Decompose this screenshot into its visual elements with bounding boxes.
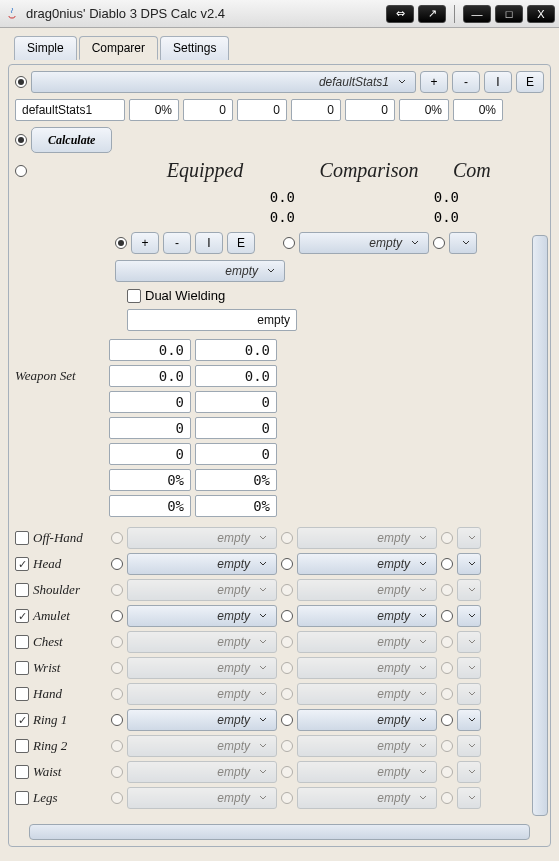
slot-c2-radio[interactable] (441, 610, 453, 622)
calculate-radio[interactable] (15, 134, 27, 146)
slot-eq-combo: empty (127, 579, 277, 601)
header-radio[interactable] (15, 165, 27, 177)
chevron-down-icon (416, 635, 430, 649)
w-r7b[interactable] (195, 495, 277, 517)
stat-input-5[interactable] (345, 99, 395, 121)
slot-eq-combo[interactable]: empty (127, 709, 277, 731)
dual-wielding-checkbox[interactable] (127, 289, 141, 303)
slot-eq-combo[interactable]: empty (127, 605, 277, 627)
slot-c1-radio[interactable] (281, 714, 293, 726)
cmp-radio[interactable] (283, 237, 295, 249)
slot-c2-combo[interactable] (457, 709, 481, 731)
w-r2b[interactable] (195, 365, 277, 387)
scroll-vertical[interactable] (532, 235, 548, 816)
w-r6b[interactable] (195, 469, 277, 491)
profile-minus-button[interactable]: - (452, 71, 480, 93)
slot-checkbox[interactable] (15, 531, 29, 545)
tab-simple[interactable]: Simple (14, 36, 77, 60)
eq-item-combo[interactable]: empty (115, 260, 285, 282)
w-r3b[interactable] (195, 391, 277, 413)
eq-i-button[interactable]: I (195, 232, 223, 254)
profile-i-button[interactable]: I (484, 71, 512, 93)
slot-c2-radio (441, 636, 453, 648)
slot-c2-combo[interactable] (457, 605, 481, 627)
slot-checkbox[interactable] (15, 687, 29, 701)
slot-eq-radio[interactable] (111, 714, 123, 726)
slot-c1-value: empty (377, 531, 410, 545)
slot-c2-radio[interactable] (441, 714, 453, 726)
totals-row-1: 0.0 0.0 (125, 188, 544, 206)
eq-minus-button[interactable]: - (163, 232, 191, 254)
slot-checkbox[interactable] (15, 765, 29, 779)
stat-input-7[interactable] (453, 99, 503, 121)
w-r5b[interactable] (195, 443, 277, 465)
eq-plus-button[interactable]: + (131, 232, 159, 254)
slots-list: Off-HandemptyemptyHeademptyemptyShoulder… (15, 525, 544, 811)
slot-row: Shoulderemptyempty (15, 577, 544, 603)
w-r4a[interactable] (109, 417, 191, 439)
cmp-combo[interactable]: empty (299, 232, 429, 254)
w-r6a[interactable] (109, 469, 191, 491)
profile-radio[interactable] (15, 76, 27, 88)
slot-c2-radio[interactable] (441, 558, 453, 570)
slot-checkbox[interactable] (15, 713, 29, 727)
slot-eq-combo[interactable]: empty (127, 553, 277, 575)
profile-name-input[interactable] (15, 99, 125, 121)
slot-c1-combo[interactable]: empty (297, 605, 437, 627)
scroll-horizontal[interactable] (29, 824, 530, 840)
cmp2-combo[interactable] (449, 232, 477, 254)
slot-checkbox[interactable] (15, 791, 29, 805)
slot-label: Ring 2 (33, 738, 107, 754)
slot-c1-radio[interactable] (281, 558, 293, 570)
slot-label: Chest (33, 634, 107, 650)
weapon-name-input[interactable] (127, 309, 297, 331)
slot-c2-combo[interactable] (457, 553, 481, 575)
stat-input-3[interactable] (237, 99, 287, 121)
slot-eq-radio[interactable] (111, 558, 123, 570)
stat-input-6[interactable] (399, 99, 449, 121)
tab-comparer[interactable]: Comparer (79, 36, 158, 60)
slot-checkbox[interactable] (15, 635, 29, 649)
slot-eq-value: empty (217, 635, 250, 649)
profile-plus-button[interactable]: + (420, 71, 448, 93)
slot-c1-combo[interactable]: empty (297, 709, 437, 731)
close-button[interactable]: X (527, 5, 555, 23)
slot-checkbox[interactable] (15, 609, 29, 623)
stat-input-2[interactable] (183, 99, 233, 121)
minimize-button[interactable]: — (463, 5, 491, 23)
cmp2-radio[interactable] (433, 237, 445, 249)
eq-e-button[interactable]: E (227, 232, 255, 254)
w-r5a[interactable] (109, 443, 191, 465)
w-r1a[interactable] (109, 339, 191, 361)
slot-checkbox[interactable] (15, 557, 29, 571)
stat-input-1[interactable] (129, 99, 179, 121)
profile-combo[interactable]: defaultStats1 (31, 71, 416, 93)
slot-c1-radio[interactable] (281, 610, 293, 622)
eq-radio[interactable] (115, 237, 127, 249)
slot-eq-radio (111, 662, 123, 674)
w-r3a[interactable] (109, 391, 191, 413)
calculate-button[interactable]: Calculate (31, 127, 112, 153)
slot-c1-combo: empty (297, 683, 437, 705)
win-btn-a2[interactable]: ↗ (418, 5, 446, 23)
profile-e-button[interactable]: E (516, 71, 544, 93)
maximize-button[interactable]: □ (495, 5, 523, 23)
chevron-down-icon (395, 75, 409, 89)
slot-eq-radio[interactable] (111, 610, 123, 622)
w-r2a[interactable] (109, 365, 191, 387)
w-r7a[interactable] (109, 495, 191, 517)
win-btn-a1[interactable]: ⇔ (386, 5, 414, 23)
slot-checkbox[interactable] (15, 661, 29, 675)
slot-c1-value: empty (377, 765, 410, 779)
tab-settings[interactable]: Settings (160, 36, 229, 60)
slot-c1-combo[interactable]: empty (297, 553, 437, 575)
chevron-down-icon (416, 661, 430, 675)
slot-checkbox[interactable] (15, 583, 29, 597)
slot-checkbox[interactable] (15, 739, 29, 753)
main-panel: defaultStats1 + - I E Calculate Equipp (8, 64, 551, 847)
w-r1b[interactable] (195, 339, 277, 361)
chevron-down-icon (256, 531, 270, 545)
chevron-down-icon (468, 687, 476, 701)
w-r4b[interactable] (195, 417, 277, 439)
stat-input-4[interactable] (291, 99, 341, 121)
